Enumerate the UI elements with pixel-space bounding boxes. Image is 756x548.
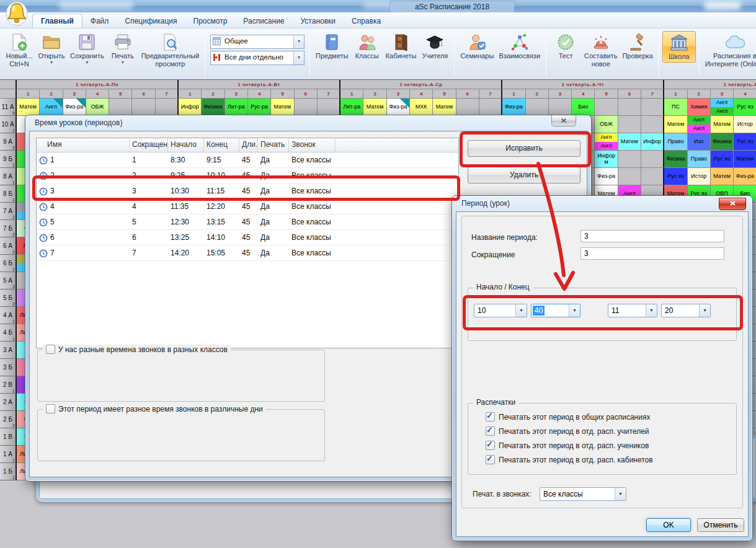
class-label[interactable]: 1 А1 (0, 446, 17, 463)
lesson-cell[interactable] (109, 99, 132, 116)
online-button[interactable]: Расписания вИнтернете (Online) (703, 31, 756, 69)
print-option-checkbox[interactable] (486, 426, 495, 436)
class-label[interactable]: 3 А (0, 342, 17, 359)
lesson-cell[interactable]: Инфор м (595, 151, 618, 168)
class-label[interactable]: 9 А2 (0, 133, 17, 151)
lesson-cell[interactable] (156, 99, 179, 116)
close-icon[interactable] (719, 198, 746, 210)
classes-button[interactable]: Классы (351, 31, 383, 61)
ok-button[interactable]: OK (646, 518, 691, 532)
compose-button[interactable]: Составитьновое (582, 31, 620, 69)
tab-Установки[interactable]: Установки (293, 14, 344, 28)
asc-bell-logo-icon[interactable] (4, 0, 30, 27)
print-option-checkbox[interactable] (486, 455, 495, 464)
class-label[interactable]: 5 Б2 (0, 289, 17, 307)
lesson-cell[interactable]: АнглАнгл (595, 133, 618, 151)
lesson-cell[interactable]: ОБЖ (86, 99, 109, 116)
teachers-button[interactable]: Учителя (419, 31, 451, 61)
view-mode-combo[interactable]: Общее▾ (210, 35, 305, 49)
different-days-checkbox[interactable] (46, 404, 55, 413)
lesson-cell[interactable] (618, 168, 641, 185)
lesson-cell[interactable]: Рус-ра (248, 99, 271, 116)
period-row[interactable]: 229:2510:1045ДаВсе классы (37, 168, 458, 183)
class-label[interactable]: 1 Б1 (0, 463, 17, 480)
lesson-cell[interactable]: Рус яз (734, 133, 756, 151)
column-header[interactable]: Начало (168, 138, 204, 152)
lesson-cell[interactable]: Физ-ра (502, 99, 525, 116)
chevron-down-icon[interactable]: ▾ (569, 304, 580, 317)
save-button[interactable]: Сохранить▾ (68, 31, 107, 66)
lesson-cell[interactable]: Химия (688, 99, 711, 116)
tab-Просмотр[interactable]: Просмотр (185, 14, 236, 28)
tab-Главный[interactable]: Главный (32, 14, 82, 28)
print-option-checkbox[interactable] (486, 441, 495, 450)
chevron-down-icon[interactable]: ▾ (699, 304, 710, 317)
column-header[interactable]: Конец (204, 138, 239, 152)
tab-Спецификация[interactable]: Спецификация (117, 14, 185, 28)
class-label[interactable]: 7 А2 (0, 203, 17, 220)
rooms-button[interactable]: Кабинеты (383, 31, 419, 61)
class-label[interactable]: 1 В (0, 428, 17, 446)
lesson-cell[interactable]: Изо (688, 133, 711, 151)
lesson-cell[interactable]: Матем (363, 99, 386, 116)
lesson-cell[interactable] (618, 116, 641, 133)
class-label[interactable]: 4 Б1 (0, 324, 17, 342)
lesson-cell[interactable]: Англ (40, 99, 63, 116)
lesson-cell[interactable] (526, 99, 549, 116)
class-label[interactable]: 2 В1 (0, 376, 17, 394)
period-row[interactable]: 7714:2015:0545ДаВсе классы (37, 245, 458, 261)
class-label[interactable]: 9 Б1 (0, 151, 17, 168)
lesson-cell[interactable]: Право (664, 133, 687, 151)
chevron-down-icon[interactable]: ▾ (293, 51, 304, 64)
column-header[interactable]: Имя (37, 138, 130, 152)
start-minute-combo[interactable]: 40 ▾ (531, 304, 580, 317)
new-button[interactable]: Новый...Ctrl+N (3, 31, 35, 69)
lesson-cell[interactable]: Физика (664, 151, 687, 168)
lesson-cell[interactable]: Истор (688, 168, 711, 185)
column-header[interactable]: Дли... (239, 138, 258, 152)
chevron-down-icon[interactable]: ▾ (293, 35, 304, 48)
class-label[interactable]: 8 Б1 (0, 185, 17, 203)
lesson-cell[interactable]: Рус яз (711, 151, 734, 168)
lesson-cell[interactable]: Инфор (641, 133, 664, 151)
lesson-cell[interactable]: Инфор (179, 99, 202, 116)
test-button[interactable]: Тест (549, 31, 582, 61)
lesson-cell[interactable]: Био (572, 99, 595, 116)
delete-button[interactable]: Удалить (468, 167, 580, 183)
lesson-cell[interactable] (641, 99, 664, 116)
lesson-cell[interactable]: Лит-ра (340, 99, 363, 116)
class-label[interactable]: 4 А1 (0, 307, 17, 324)
period-row[interactable]: 4411:3512:2045ДаВсе классы (37, 199, 458, 214)
lesson-cell[interactable] (549, 99, 572, 116)
class-label[interactable]: 5 А3 (0, 272, 17, 289)
lesson-cell[interactable]: Физика (202, 99, 225, 116)
links-button[interactable]: Взаимосвязи (496, 31, 543, 61)
days-mode-combo[interactable]: Все дни отдельно▾ (210, 51, 305, 65)
chevron-down-icon[interactable]: ▾ (615, 488, 626, 500)
lesson-cell[interactable]: ОБЖ (595, 116, 618, 133)
edit-button[interactable]: Исправить (468, 140, 580, 157)
period-row[interactable]: 6613:2514:1045ДаВсе классы (37, 230, 458, 245)
tab-Справка[interactable]: Справка (344, 14, 389, 28)
chevron-down-icon[interactable]: ▾ (646, 304, 657, 317)
period-row[interactable]: 3310:3011:1545ДаВсе классы (37, 183, 458, 199)
lesson-cell[interactable]: Матем (17, 99, 40, 116)
close-icon[interactable] (551, 115, 576, 126)
lesson-cell[interactable] (132, 99, 155, 116)
lesson-cell[interactable] (618, 151, 641, 168)
period-name-field[interactable]: 3 (580, 230, 724, 242)
lesson-cell[interactable]: Матем (433, 99, 456, 116)
cancel-button[interactable]: Отменить (697, 518, 744, 532)
period-row[interactable]: 5512:3013:1545ДаВсе классы (37, 214, 458, 230)
print-option-checkbox[interactable] (486, 412, 495, 422)
lesson-cell[interactable]: Матем (711, 168, 734, 185)
lesson-cell[interactable]: Лит-ра (225, 99, 248, 116)
chevron-down-icon[interactable]: ▾ (515, 304, 527, 317)
class-label[interactable]: 10 А1 (0, 116, 17, 133)
lesson-cell[interactable]: Матем (734, 151, 756, 168)
verify-button[interactable]: Проверка (620, 31, 655, 61)
column-header[interactable]: Сокращение (130, 138, 168, 152)
class-label[interactable]: 3 Б (0, 359, 17, 376)
lesson-cell[interactable]: Истор (734, 116, 756, 133)
lesson-cell[interactable] (595, 99, 618, 116)
